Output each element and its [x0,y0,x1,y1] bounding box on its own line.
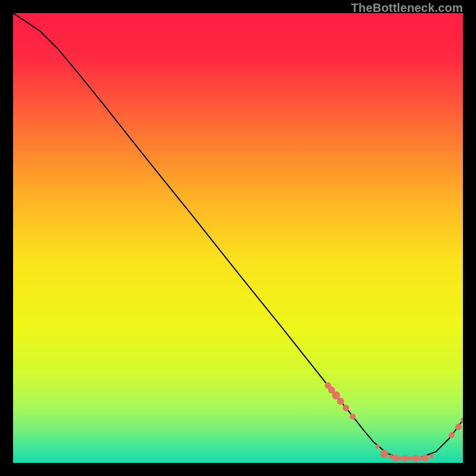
data-point [449,432,455,438]
data-point [375,444,380,449]
data-point [412,455,419,462]
bottleneck-chart [13,13,463,463]
watermark-label: TheBottleneck.com [351,1,463,15]
data-point [392,455,399,462]
data-point [455,424,462,430]
data-point [350,414,356,419]
data-point [430,454,434,458]
data-point [380,450,389,458]
data-point [402,455,409,462]
data-point [337,397,344,405]
chart-stage: TheBottleneck.com [0,0,476,476]
chart-background [13,13,463,463]
data-point [343,405,349,411]
data-point [422,455,429,462]
